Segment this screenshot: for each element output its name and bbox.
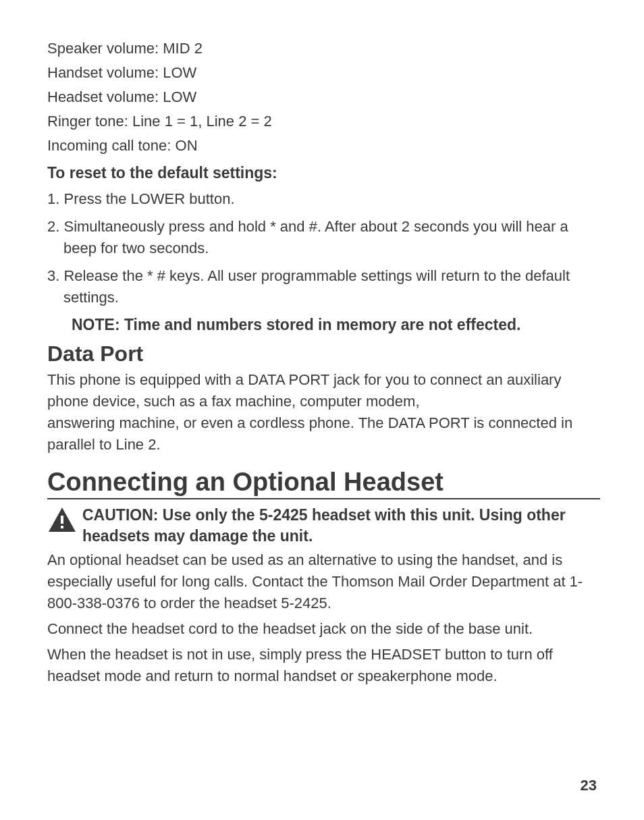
ringer-tone-line: Ringer tone: Line 1 = 1, Line 2 = 2 (47, 110, 600, 133)
headset-paragraph: Connect the headset cord to the headset … (47, 618, 600, 640)
headset-paragraph: An optional headset can be used as an al… (47, 549, 600, 614)
caution-block: CAUTION: Use only the 5-2425 headset wit… (47, 505, 600, 547)
warning-icon (47, 506, 77, 536)
handset-volume-line: Handset volume: LOW (47, 61, 600, 84)
data-port-heading: Data Port (47, 341, 600, 366)
reset-note: NOTE: Time and numbers stored in memory … (72, 315, 600, 335)
reset-steps-list: 1. Press the LOWER button. 2. Simultaneo… (47, 188, 600, 309)
reset-step: 2. Simultaneously press and hold * and #… (47, 216, 600, 260)
svg-rect-1 (61, 516, 63, 524)
headset-volume-line: Headset volume: LOW (47, 86, 600, 109)
reset-step: 3. Release the * # keys. All user progra… (47, 265, 600, 309)
manual-page: Speaker volume: MID 2 Handset volume: LO… (0, 0, 644, 820)
page-number: 23 (581, 777, 597, 794)
data-port-paragraph: answering machine, or even a cordless ph… (47, 412, 600, 456)
connecting-headset-heading: Connecting an Optional Headset (47, 466, 600, 500)
incoming-call-tone-line: Incoming call tone: ON (47, 134, 600, 157)
data-port-paragraph: This phone is equipped with a DATA PORT … (47, 369, 600, 412)
reset-step: 1. Press the LOWER button. (47, 188, 600, 211)
headset-paragraph: When the headset is not in use, simply p… (47, 644, 600, 687)
svg-rect-2 (61, 526, 63, 528)
reset-heading: To reset to the default settings: (47, 161, 600, 186)
speaker-volume-line: Speaker volume: MID 2 (47, 37, 600, 60)
caution-text: CAUTION: Use only the 5-2425 headset wit… (82, 505, 600, 547)
